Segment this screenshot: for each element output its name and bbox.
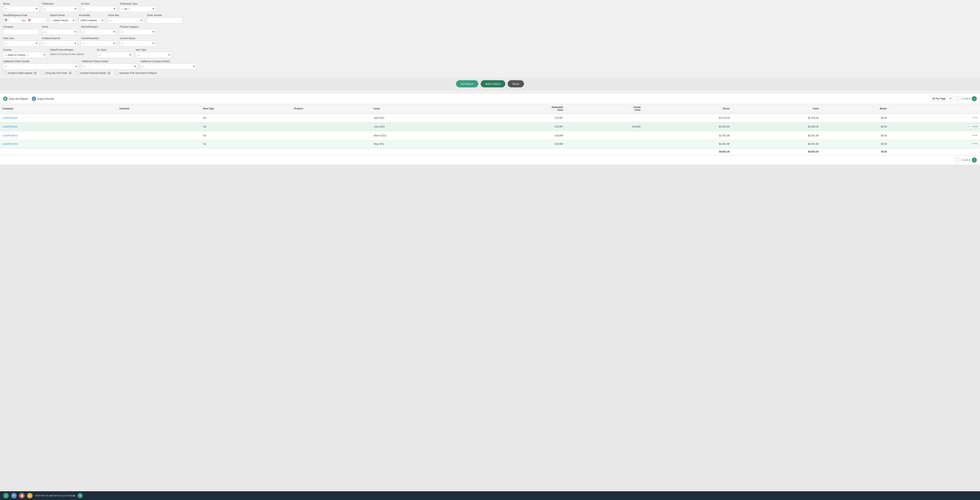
save-report-action[interactable]: Save this Report (3, 97, 28, 101)
include-financial-label: Include Financial Details (80, 72, 106, 75)
cell-issue: April 2021 (371, 113, 472, 122)
calendar-to-icon[interactable]: 📅 (28, 19, 31, 22)
export-results-action[interactable]: Export Results (32, 97, 54, 101)
cell-cash: $2,000.00 (732, 122, 821, 131)
ordernumber-input[interactable]: 163 (147, 18, 183, 24)
more-options-button[interactable]: ••• (973, 142, 978, 146)
generate-pdf-checkbox-group: Generate PDF Document of Report (115, 72, 157, 75)
get-report-button[interactable]: Get Report (456, 80, 478, 88)
publication-filter: Publication — (42, 2, 78, 12)
more-options-button[interactable]: ••• (973, 125, 978, 129)
itemtype-select[interactable]: — (136, 52, 172, 58)
table-header-row: Company Invoiced Item Type Product Issue… (0, 104, 980, 113)
serviceproduct-select[interactable]: — (81, 29, 117, 35)
include-financial-help-icon[interactable]: ? (107, 72, 111, 75)
adsize-filter: Ad Size — (81, 2, 117, 12)
pubtype-label: Publication Type (120, 2, 156, 5)
addtickets-select[interactable]: — (82, 64, 137, 70)
per-page-select[interactable]: 50 Per Page 25 Per Page 100 Per Page (931, 96, 953, 102)
cell-issue: June 2021 (371, 122, 472, 131)
include-credits-checkbox[interactable] (4, 72, 7, 75)
cell-itemtype: Ad (201, 113, 292, 122)
filter-row-6: Additional Orders Details — Additional T… (3, 60, 977, 70)
event-select[interactable]: — (42, 29, 78, 35)
bottom-prev-page-button[interactable]: ‹ (955, 158, 960, 162)
country-label: Country (3, 48, 47, 51)
pubtype-select[interactable]: — All — (120, 6, 156, 12)
bottom-next-page-button[interactable]: › (972, 158, 977, 162)
positionchannel-filter: Position/Channel — (42, 37, 78, 46)
group-sort-help-icon[interactable]: ? (68, 72, 72, 75)
cell-barter: $0.00 (821, 122, 889, 131)
bottom-page-navigation: ‹ 1-4 of 4 › (955, 158, 977, 162)
date-to-input[interactable] (32, 18, 44, 24)
cell-issue: March 2021 (371, 131, 472, 140)
company-input[interactable] (3, 29, 39, 35)
date-from-input[interactable] (8, 18, 20, 24)
cell-invoiced (117, 131, 201, 140)
cell-estimated-units: 128,099 (472, 140, 565, 148)
addorders-select[interactable]: — (3, 64, 79, 70)
col-company: Company (0, 104, 117, 113)
ordernumber-label: Order Number (147, 14, 183, 17)
publication-label: Publication (42, 2, 78, 5)
addcompany-filter: Additional Company Details — (140, 60, 196, 70)
col-actual-units: ActualUnits (565, 104, 643, 113)
company-link[interactable]: Cardiff Electric (2, 143, 18, 145)
reportperiod-select[interactable]: —Select Period Monthly Quarterly Annuall… (50, 18, 76, 24)
page-info: 1-4 of 4 (962, 97, 970, 100)
brand-select[interactable]: — (3, 6, 39, 12)
batch-report-button[interactable]: Batch Report (480, 80, 505, 88)
next-page-button[interactable]: › (972, 96, 977, 101)
ratecard-filter: Rate Card — (3, 37, 39, 46)
results-toolbar: Save this Report Export Results 50 Per P… (0, 94, 980, 104)
toolbar-left: Save this Report Export Results (3, 97, 54, 101)
serviceproduct-filter: Service/Product — (81, 25, 117, 35)
include-financial-checkbox[interactable] (76, 72, 79, 75)
pubtype-filter: Publication Type — All — (120, 2, 156, 12)
more-options-button[interactable]: ••• (973, 116, 978, 120)
orderrep-select[interactable]: — (108, 18, 144, 24)
country-select[interactable]: — Select a Country — (3, 52, 47, 58)
col-invoiced: Invoiced (117, 104, 201, 113)
cell-barter: $0.00 (821, 131, 889, 140)
include-credits-checkbox-group: Include Credits Applied ? (4, 72, 37, 75)
table-row: Cardiff Electric Ad June 2021 123,967 10… (0, 122, 980, 131)
include-credits-help-icon[interactable]: ? (33, 72, 37, 75)
more-options-button[interactable]: ••• (973, 134, 978, 138)
addcompany-select[interactable]: — (140, 64, 196, 70)
calendar-from-icon[interactable]: 📅 (4, 19, 8, 22)
edit-button[interactable]: ✏ (967, 124, 972, 129)
colorplacement-label: Color/Placement (81, 37, 117, 40)
probability-filter: Probability 100% Confirme 50% 75% (79, 14, 105, 24)
glclass-label: GL Class (97, 48, 133, 51)
currentstatus-filter: Current Status — (120, 37, 156, 46)
productcategory-select[interactable]: — (120, 29, 156, 35)
export-results-label: Export Results (37, 97, 54, 100)
currentstatus-select[interactable]: — (120, 40, 156, 46)
glclass-filter: GL Class — (97, 48, 133, 58)
colorplacement-select[interactable]: — (81, 40, 117, 46)
company-link[interactable]: Cardiff Electric (2, 116, 18, 119)
cell-issue: May 2021 (371, 140, 472, 148)
cell-cash: $2,479.34 (732, 113, 821, 122)
glclass-select[interactable]: — (97, 52, 133, 58)
probability-select[interactable]: 100% Confirme 50% 75% (79, 18, 105, 24)
cell-itemtype: Ad (201, 131, 292, 140)
filter-container: Brand — Publication — Ad Size — Publicat… (0, 0, 980, 94)
positionchannel-select[interactable]: — (42, 40, 78, 46)
company-link[interactable]: Cardiff Electric (2, 134, 18, 137)
prev-page-button[interactable]: ‹ (955, 96, 960, 101)
company-link[interactable]: Cardiff Electric (2, 125, 18, 128)
publication-select[interactable]: — (42, 6, 78, 12)
adsize-select[interactable]: — (81, 6, 117, 12)
cell-cash: $2,561.98 (732, 131, 821, 140)
group-sort-checkbox[interactable] (41, 72, 44, 75)
generate-pdf-checkbox[interactable] (115, 72, 118, 75)
reset-button[interactable]: Reset (508, 80, 524, 88)
bottom-page-info: 1-4 of 4 (962, 159, 970, 161)
addorders-filter: Additional Orders Details — (3, 60, 79, 70)
ratecard-select[interactable]: — (3, 40, 39, 46)
filter-row-1: Brand — Publication — Ad Size — Publicat… (3, 2, 977, 12)
generate-pdf-label: Generate PDF Document of Report (119, 72, 157, 75)
